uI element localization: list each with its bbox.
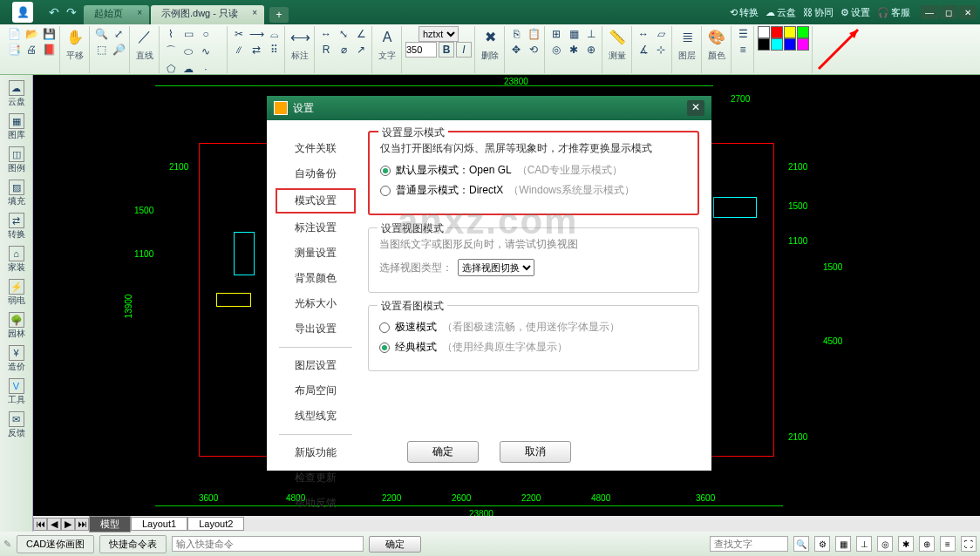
spline-icon[interactable]: ∿	[198, 44, 214, 59]
polar-icon[interactable]: ✱	[898, 536, 914, 552]
bold-button[interactable]: B	[439, 42, 454, 58]
new-tab-button[interactable]: +	[269, 7, 289, 23]
point-icon[interactable]: ·	[198, 61, 214, 77]
delete-icon[interactable]: ✖	[479, 26, 501, 49]
cloud-icon[interactable]: ☁	[180, 61, 196, 77]
nav-cursor[interactable]: 光标大小	[276, 293, 356, 315]
lineweight-icon[interactable]: ≡	[735, 42, 751, 58]
side-feedback[interactable]: ✉反馈	[2, 410, 31, 441]
minimize-button[interactable]: —	[921, 5, 938, 19]
copy-icon[interactable]: ⎘	[508, 26, 524, 42]
nav-mode[interactable]: 模式设置	[276, 188, 356, 214]
side-convert[interactable]: ⇄转换	[2, 211, 31, 242]
app-name-tab[interactable]: CAD迷你画图	[17, 535, 94, 553]
mirror-icon[interactable]: ⇄	[248, 42, 264, 58]
dimension-icon[interactable]: ⟷	[289, 26, 311, 49]
dialog-close-button[interactable]: ✕	[687, 100, 704, 116]
side-garden[interactable]: 🌳园林	[2, 310, 31, 342]
side-fill[interactable]: ▨填充	[2, 178, 31, 209]
link-cloud[interactable]: ☁ 云盘	[766, 6, 796, 19]
dist-icon[interactable]: ↔	[636, 26, 651, 42]
print-icon[interactable]: 🖨	[24, 42, 39, 58]
nav-annot[interactable]: 标注设置	[276, 217, 356, 239]
nav-check[interactable]: 检查更新	[276, 467, 356, 489]
rect-icon[interactable]: ▭	[180, 26, 196, 42]
side-decor[interactable]: ⌂家装	[2, 244, 31, 275]
grid-icon[interactable]: ▦	[835, 536, 851, 552]
color-swatch[interactable]	[771, 26, 783, 38]
layer-icon[interactable]: ≣	[676, 26, 698, 49]
fillet-icon[interactable]: ⌓	[266, 26, 282, 42]
zoom-out-icon[interactable]: 🔎	[111, 42, 126, 58]
track-icon[interactable]: ⊕	[583, 42, 599, 58]
side-tool[interactable]: V工具	[2, 376, 31, 408]
side-library[interactable]: ▦图库	[2, 112, 31, 143]
close-icon[interactable]: ×	[137, 8, 142, 17]
radio-fast[interactable]	[379, 322, 390, 333]
open-icon[interactable]: 📂	[24, 26, 39, 42]
grid-icon[interactable]: ▦	[566, 26, 582, 42]
quick-cmd-tab[interactable]: 快捷命令表	[99, 535, 167, 553]
color-swatch[interactable]	[758, 26, 770, 38]
close-icon[interactable]: ×	[252, 8, 257, 17]
tab-model[interactable]: 模型	[89, 516, 131, 532]
polyline-icon[interactable]: ⌇	[163, 26, 179, 42]
paste-icon[interactable]: 📋	[526, 26, 541, 42]
nav-help[interactable]: 帮助反馈	[276, 492, 356, 514]
move-icon[interactable]: ✥	[508, 42, 524, 58]
maximize-button[interactable]: ◻	[940, 5, 957, 19]
tab-start[interactable]: 起始页×	[84, 5, 149, 24]
pdf-icon[interactable]: 📕	[41, 42, 57, 58]
color-swatch[interactable]	[784, 38, 796, 51]
dim-radius-icon[interactable]: R	[318, 42, 334, 58]
search-icon[interactable]: 🔍	[793, 536, 809, 552]
fullscreen-icon[interactable]: ⛶	[961, 536, 977, 552]
saveas-icon[interactable]: 📑	[6, 42, 22, 58]
view-type-select[interactable]: 选择视图切换	[458, 259, 534, 276]
ellipse-icon[interactable]: ⬭	[180, 44, 196, 59]
ok-button[interactable]: 确定	[407, 441, 479, 463]
nav-bg[interactable]: 背景颜色	[276, 268, 356, 289]
undo-icon[interactable]: ↶	[49, 5, 59, 19]
text-icon[interactable]: A	[376, 26, 398, 49]
nav-layer[interactable]: 图层设置	[276, 355, 356, 376]
tab-document[interactable]: 示例图.dwg - 只读×	[151, 5, 264, 24]
offset-icon[interactable]: ⫽	[231, 42, 247, 58]
dim-linear-icon[interactable]: ↔	[318, 26, 334, 42]
ok-button[interactable]: 确定	[369, 536, 421, 553]
close-button[interactable]: ✕	[959, 5, 977, 19]
new-icon[interactable]: 📄	[6, 26, 22, 42]
ortho-icon[interactable]: ⊥	[856, 536, 872, 552]
link-service[interactable]: 🎧 客服	[877, 6, 910, 19]
nav-newfn[interactable]: 新版功能	[276, 442, 356, 464]
link-collab[interactable]: ⛓ 协同	[803, 6, 834, 19]
redo-icon[interactable]: ↷	[66, 5, 77, 19]
tab-layout2[interactable]: Layout2	[187, 517, 244, 531]
dyn-icon[interactable]: ⊕	[919, 536, 935, 552]
tab-last-icon[interactable]: ⏭	[75, 518, 89, 531]
nav-layout[interactable]: 布局空间	[276, 380, 356, 402]
array-icon[interactable]: ⠿	[266, 42, 282, 58]
lwt-icon[interactable]: ≡	[940, 536, 956, 552]
link-convert[interactable]: ⟲ 转换	[730, 6, 759, 19]
coord-icon[interactable]: ⊹	[653, 42, 669, 58]
dialog-titlebar[interactable]: 设置 ✕	[267, 96, 711, 120]
tab-first-icon[interactable]: ⏮	[33, 518, 47, 531]
snap-icon[interactable]: ⊞	[548, 26, 564, 42]
rotate-icon[interactable]: ⟲	[526, 42, 541, 58]
color-swatch[interactable]	[784, 26, 796, 38]
zoom-in-icon[interactable]: 🔍	[93, 26, 109, 42]
line-icon[interactable]: ／	[133, 26, 156, 49]
settings-icon[interactable]: ⚙	[814, 536, 830, 552]
link-settings[interactable]: ⚙ 设置	[840, 6, 870, 19]
nav-backup[interactable]: 自动备份	[276, 163, 356, 185]
color-swatch[interactable]	[771, 38, 783, 51]
pan-icon[interactable]: ✋	[64, 26, 86, 49]
radio-directx[interactable]	[380, 186, 391, 196]
tab-layout1[interactable]: Layout1	[131, 517, 187, 531]
dim-align-icon[interactable]: ⤡	[336, 26, 351, 42]
polar-icon[interactable]: ✱	[566, 42, 582, 58]
arc-icon[interactable]: ⌒	[163, 44, 179, 59]
zoom-window-icon[interactable]: ⬚	[93, 42, 109, 58]
tab-prev-icon[interactable]: ◀	[47, 518, 61, 531]
